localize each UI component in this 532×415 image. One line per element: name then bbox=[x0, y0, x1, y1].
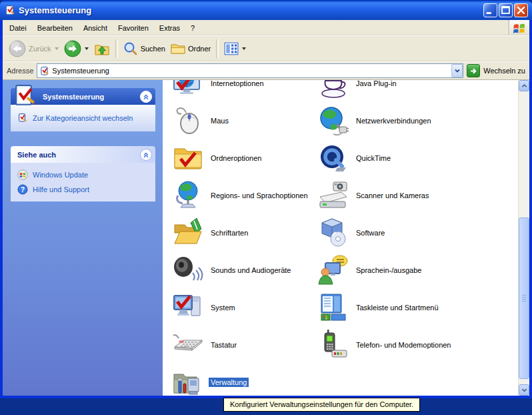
system-icon bbox=[172, 292, 204, 324]
scroll-down-button[interactable] bbox=[519, 384, 529, 396]
item-label: Tastatur bbox=[209, 340, 239, 350]
control-panel-item[interactable]: Telefon- und Modemoptionen bbox=[317, 326, 513, 364]
views-icon bbox=[224, 41, 239, 56]
control-panel-item[interactable]: Scanner und Kameras bbox=[317, 177, 513, 214]
control-panel-icon bbox=[39, 66, 49, 76]
forward-icon bbox=[64, 40, 81, 57]
search-button[interactable]: Suchen bbox=[121, 41, 168, 57]
folders-label: Ordner bbox=[188, 45, 211, 53]
control-panel-item[interactable]: Internetoptionen bbox=[172, 80, 317, 102]
panel-see-also: Siehe auch Windows Update?Hilfe und Supp… bbox=[11, 146, 155, 201]
item-label: Software bbox=[354, 228, 387, 238]
menu-item[interactable]: Extras bbox=[154, 22, 185, 34]
task-link-label: Hilfe und Support bbox=[33, 185, 89, 193]
task-link[interactable]: Zur Kategorieansicht wechseln bbox=[15, 111, 151, 125]
control-panel-item[interactable]: Sounds und Audiogeräte bbox=[172, 252, 317, 289]
window-frame: DateiBearbeitenAnsichtFavoritenExtras? Z… bbox=[0, 20, 532, 398]
address-dropdown-button[interactable] bbox=[451, 64, 463, 77]
quicktime-icon bbox=[317, 142, 349, 174]
panel-see-also-header[interactable]: Siehe auch bbox=[11, 146, 155, 163]
control-panel-item[interactable]: Java Plug-in bbox=[317, 80, 513, 102]
collapse-chevron-icon[interactable] bbox=[140, 149, 152, 161]
menu-bar: DateiBearbeitenAnsichtFavoritenExtras? bbox=[3, 20, 529, 35]
control-panel-item[interactable]: System bbox=[172, 289, 317, 326]
minimize-button[interactable] bbox=[483, 3, 497, 17]
task-link-label: Windows Update bbox=[33, 171, 88, 179]
go-button[interactable] bbox=[467, 64, 480, 77]
menu-item[interactable]: Bearbeiten bbox=[32, 22, 78, 34]
task-pane-sidebar: Systemsteuerung Zur Kategorieansicht wec… bbox=[3, 80, 163, 396]
item-label: System bbox=[209, 303, 237, 312]
item-label: Sounds und Audiogeräte bbox=[209, 266, 293, 275]
views-button[interactable] bbox=[221, 41, 249, 57]
control-panel-item[interactable]: Taskleiste und Startmenü bbox=[317, 289, 513, 326]
toolbar: Zurück Suchen bbox=[3, 35, 529, 61]
control-panel-item[interactable]: QuickTime bbox=[317, 139, 513, 177]
control-panel-item[interactable]: Ordneroptionen bbox=[172, 139, 317, 177]
menu-item[interactable]: Ansicht bbox=[78, 22, 113, 34]
folder-options-icon bbox=[172, 142, 204, 174]
control-panel-item[interactable]: Regions- und Sprachoptionen bbox=[172, 177, 317, 214]
menu-bar-items: DateiBearbeitenAnsichtFavoritenExtras? bbox=[3, 20, 509, 35]
item-label: Maus bbox=[209, 116, 231, 125]
collapse-chevron-icon[interactable] bbox=[140, 91, 152, 103]
item-label: Regions- und Sprachoptionen bbox=[209, 191, 310, 200]
task-link[interactable]: ?Hilfe und Support bbox=[15, 182, 151, 197]
control-panel-item[interactable]: Software bbox=[317, 214, 513, 252]
scrollbar-thumb[interactable] bbox=[519, 218, 529, 379]
scroll-up-button[interactable] bbox=[519, 80, 529, 91]
control-panel-item[interactable]: Schriftarten bbox=[172, 214, 317, 252]
item-label: Internetoptionen bbox=[209, 80, 266, 88]
menu-item[interactable]: ? bbox=[185, 22, 200, 34]
back-dropdown-caret bbox=[55, 47, 59, 50]
title-bar: Systemsteuerung bbox=[0, 0, 532, 20]
vertical-scrollbar bbox=[518, 80, 529, 396]
software-icon bbox=[317, 217, 349, 249]
folders-button[interactable]: Ordner bbox=[168, 41, 213, 57]
control-panel-item[interactable]: Verwaltung bbox=[172, 364, 317, 396]
close-button[interactable] bbox=[514, 3, 528, 17]
back-icon bbox=[9, 40, 26, 57]
forward-dropdown-caret bbox=[85, 47, 89, 50]
admin-tools-icon bbox=[172, 366, 204, 396]
menu-item[interactable]: Datei bbox=[4, 22, 32, 34]
forward-button[interactable] bbox=[61, 39, 91, 58]
java-plugin-icon bbox=[317, 80, 349, 99]
item-label: Java Plug-in bbox=[354, 80, 399, 88]
address-combobox[interactable]: Systemsteuerung bbox=[37, 63, 463, 78]
taskbar-startmenu-icon bbox=[317, 292, 349, 324]
items-view: InternetoptionenJava Plug-inMausNetzwerk… bbox=[163, 80, 518, 396]
control-panel-item[interactable]: Maus bbox=[172, 102, 317, 139]
svg-text:?: ? bbox=[21, 185, 25, 193]
toolbar-separator bbox=[115, 39, 118, 58]
internet-options-icon bbox=[172, 80, 204, 99]
control-panel-icon bbox=[12, 83, 37, 109]
phone-modem-icon bbox=[317, 329, 349, 361]
window-title: Systemsteuerung bbox=[19, 5, 480, 15]
menu-logo-area bbox=[509, 20, 529, 35]
task-link[interactable]: Windows Update bbox=[15, 167, 151, 182]
back-button[interactable]: Zurück bbox=[6, 39, 61, 58]
windows-logo-icon bbox=[513, 22, 526, 34]
views-dropdown-caret bbox=[242, 47, 246, 50]
panel-see-also-links: Windows Update?Hilfe und Support bbox=[11, 163, 155, 201]
up-button[interactable] bbox=[91, 40, 113, 57]
item-label: Taskleiste und Startmenü bbox=[354, 303, 441, 312]
control-panel-item[interactable]: Sprachein-/ausgabe bbox=[317, 252, 513, 289]
scrollbar-grip bbox=[522, 295, 526, 302]
explorer-window: Systemsteuerung DateiBearbeitenAnsichtFa… bbox=[0, 0, 532, 398]
mouse-icon bbox=[172, 105, 204, 137]
control-panel-item[interactable]: Tastatur bbox=[172, 326, 317, 364]
scanner-camera-icon bbox=[317, 179, 349, 212]
maximize-button[interactable] bbox=[499, 3, 513, 17]
menu-item[interactable]: Favoriten bbox=[113, 22, 154, 34]
back-label: Zurück bbox=[29, 45, 51, 53]
scrollbar-track[interactable] bbox=[519, 91, 529, 384]
window-controls bbox=[483, 3, 528, 17]
item-label: Netzwerkverbindungen bbox=[354, 116, 433, 125]
item-label: Ordneroptionen bbox=[209, 153, 263, 163]
regional-options-icon bbox=[172, 179, 204, 212]
network-connections-icon bbox=[317, 105, 349, 137]
control-panel-item[interactable]: Netzwerkverbindungen bbox=[317, 102, 513, 139]
panel-control-links: Zur Kategorieansicht wechseln bbox=[11, 105, 155, 131]
